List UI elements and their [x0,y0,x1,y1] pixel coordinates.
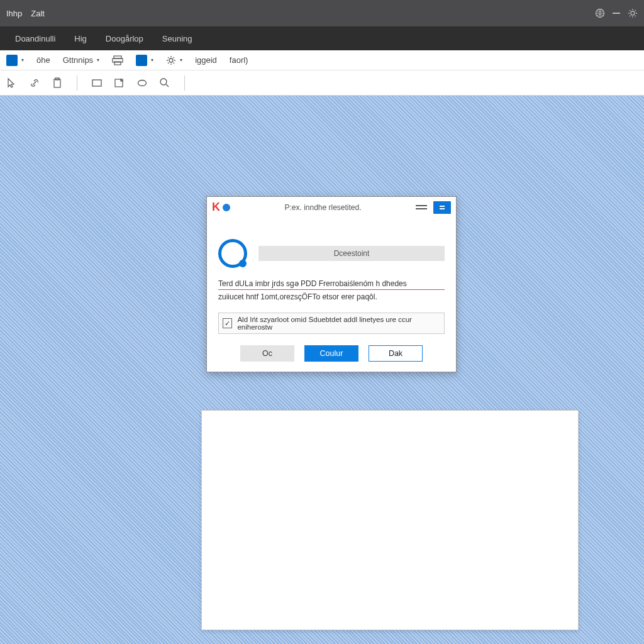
titlebar-app-1: Ihhp [6,9,22,18]
titlebar-controls [595,8,638,18]
dialog-brand: K [212,201,230,214]
svg-rect-1 [613,13,620,14]
svg-point-12 [160,79,167,85]
dialog-search-input[interactable] [258,246,445,261]
toolbar-print-icon[interactable] [109,54,126,67]
tool-zoom-icon[interactable] [158,76,172,90]
minimize-icon[interactable] [611,8,621,18]
dialog-button-row: Oc Coulur Dak [218,345,445,362]
continue-button[interactable]: Coulur [304,345,358,362]
toolbar-separator [77,75,77,91]
svg-rect-7 [54,79,60,87]
tool-ellipse-icon[interactable] [135,76,149,90]
document-page[interactable] [201,410,579,630]
dialog-collapse-button[interactable] [433,201,451,214]
dialog-description-2: zuiiucet hntf 1omt,orezsçÖFTo etsor erer… [218,292,445,301]
workspace: K P:ex. inndhe rlesetited. Terd dULa imb… [0,96,644,644]
tool-rect-icon[interactable] [90,76,104,90]
tool-cursor-icon[interactable] [5,76,19,90]
primary-toolbar: öhe Gttnnips iggeid faorl) [0,50,644,70]
tool-clipboard-icon[interactable] [50,76,64,90]
app-square-icon [6,55,18,66]
modal-dialog: K P:ex. inndhe rlesetited. Terd dULa imb… [206,196,457,372]
dialog-header: K P:ex. inndhe rlesetited. [207,197,456,219]
dialog-checkbox-label: Ald Ińt szyarloot omid Sduebtdet addl li… [237,316,440,331]
checkbox-icon[interactable]: ✓ [223,318,232,328]
settings-icon[interactable] [628,8,638,18]
search-icon [218,239,247,268]
gear-icon [166,55,176,65]
brand-dot-icon [223,204,230,211]
secondary-toolbar [0,70,644,96]
svg-rect-13 [440,206,445,207]
menubar: Doandinulli Hig Doogårlop Seuning [0,26,644,50]
svg-rect-9 [92,80,101,86]
brand-k-icon: K [212,201,220,214]
dialog-title: P:ex. inndhe rlesetited. [236,203,409,212]
dialog-checkbox-row[interactable]: ✓ Ald Ińt szyarloot omid Sduebtdet addl … [218,313,445,334]
doc-square-icon [136,55,147,66]
svg-point-6 [169,58,173,62]
menu-item-2[interactable]: Hig [74,34,87,43]
globe-icon[interactable] [595,8,605,18]
dialog-description-1: Terd dULa imbr jrds sgə PDD Frerrobaiśle… [218,279,445,290]
toolbar-app-dropdown[interactable] [4,53,26,67]
svg-rect-14 [440,208,445,209]
toolbar-doc-dropdown[interactable] [133,53,156,67]
toolbar-btn-ohe[interactable]: öhe [34,54,53,66]
toolbar-gear-dropdown[interactable] [164,54,185,67]
tool-note-icon[interactable] [113,76,126,90]
titlebar: Ihhp Zalt [0,0,644,26]
dark-button[interactable]: Dak [369,345,423,362]
toolbar-btn-iggeid[interactable]: iggeid [192,54,219,66]
toolbar-btn-gttnnips[interactable]: Gttnnips [60,54,102,66]
dialog-body: Terd dULa imbr jrds sgə PDD Frerrobaiśle… [207,219,456,372]
dialog-menu-icon[interactable] [416,205,427,209]
ok-button[interactable]: Oc [240,345,294,362]
menu-item-1[interactable]: Doandinulli [15,34,55,43]
toolbar-btn-faorl[interactable]: faorl) [227,54,251,66]
titlebar-app-2: Zalt [31,9,45,18]
menu-item-4[interactable]: Seuning [162,34,192,43]
tool-link-icon[interactable] [28,76,42,90]
dialog-search-row [218,239,445,268]
svg-point-2 [631,11,635,15]
svg-point-11 [138,80,147,86]
menu-item-3[interactable]: Doogårlop [106,34,143,43]
toolbar-separator-2 [184,75,185,91]
